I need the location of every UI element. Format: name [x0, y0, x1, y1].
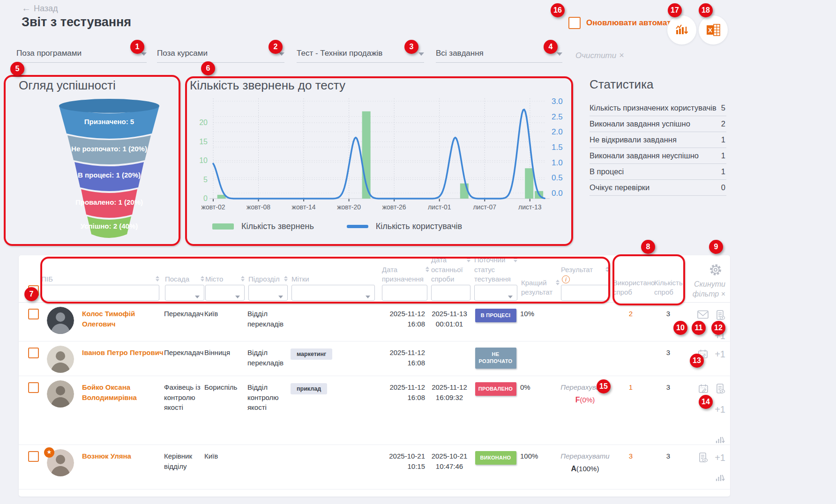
- info-icon[interactable]: i: [562, 275, 570, 283]
- results-chart-icon[interactable]: [715, 473, 725, 482]
- tasks-filter[interactable]: Всі завдання: [436, 49, 562, 63]
- filter-position-select[interactable]: [165, 285, 204, 301]
- funnel-label-not-started: Не розпочато: 1 (20%): [71, 145, 147, 153]
- attempt-details-icon[interactable]: [715, 384, 725, 394]
- used-attempts-cell: 3: [610, 445, 651, 489]
- row-checkbox[interactable]: [28, 451, 39, 462]
- clear-filters-link[interactable]: Очистити×: [575, 51, 624, 60]
- test-filter[interactable]: Тест - Техніки продажів: [297, 49, 424, 63]
- filter-department-select[interactable]: [248, 285, 288, 301]
- stat-row-failed: Виконали завдання неуспішно1: [590, 148, 726, 164]
- svg-text:жовт-26: жовт-26: [382, 203, 406, 211]
- annotation-badge-8: 8: [641, 240, 655, 254]
- filter-result-input[interactable]: [561, 285, 609, 301]
- filter-name-input[interactable]: [41, 285, 159, 301]
- filter-city-select[interactable]: [205, 285, 245, 301]
- funnel-label-assigned: Призначено: 5: [84, 118, 134, 126]
- add-attempt-button[interactable]: +1: [715, 349, 725, 359]
- tags-cell: приклад: [291, 376, 381, 445]
- last-attempt-cell: [428, 341, 471, 376]
- sort-icon-last-attempt[interactable]: [467, 257, 470, 262]
- tags-cell: маркетинг: [291, 341, 381, 376]
- filter-tags-select[interactable]: [291, 285, 375, 301]
- best-result-cell: 100%: [520, 445, 560, 489]
- annotation-badge-14: 14: [699, 395, 713, 409]
- tag-pill: приклад: [291, 383, 327, 394]
- chevron-down-icon: [557, 52, 562, 56]
- gear-icon[interactable]: [709, 263, 723, 277]
- department-cell: Відділ перекладів: [247, 341, 291, 376]
- annotation-badge-9: 9: [709, 240, 723, 254]
- status-badge: В ПРОЦЕСІ: [475, 309, 516, 322]
- recalculate-link[interactable]: Перерахувати: [560, 452, 609, 460]
- svg-text:жовт-08: жовт-08: [246, 203, 270, 211]
- funnel-label-failed: Провалено: 1 (20%): [75, 198, 143, 206]
- user-name-link[interactable]: Вознюк Уляна: [82, 452, 131, 460]
- attempt-details-icon[interactable]: [698, 452, 708, 463]
- funnel-top-ellipse: [59, 99, 159, 113]
- filter-status-select[interactable]: [474, 285, 517, 301]
- svg-text:лист-01: лист-01: [428, 203, 451, 211]
- sort-icon-result[interactable]: [605, 267, 609, 272]
- position-cell: Керівник відділу: [164, 445, 204, 489]
- chevron-down-icon: [508, 296, 513, 298]
- assigned-date-cell: 2025-11-12 16:08: [381, 376, 428, 445]
- row-checkbox[interactable]: [28, 348, 39, 358]
- chevron-down-icon: [195, 296, 200, 298]
- chevron-down-icon: [141, 52, 147, 56]
- funnel-chart: Призначено: 5 Не розпочато: 1 (20%) В пр…: [37, 97, 182, 244]
- chevron-down-icon: [366, 296, 370, 298]
- filter-assigned-input[interactable]: [382, 285, 427, 301]
- sort-icon-name[interactable]: [156, 276, 159, 282]
- last-attempt-cell: 2025-11-1300:01:01: [428, 303, 471, 341]
- sort-icon-position[interactable]: [201, 276, 204, 282]
- programs-filter[interactable]: Поза програмами: [16, 49, 147, 63]
- sort-icon-best[interactable]: [556, 280, 560, 285]
- results-chart-icon[interactable]: [715, 435, 725, 445]
- annotation-badge-17: 17: [668, 3, 682, 17]
- statistics-panel: Статистика Кількість призначених користу…: [590, 77, 726, 196]
- annotation-badge-6: 6: [201, 61, 215, 75]
- excel-icon: X: [706, 23, 720, 37]
- position-cell: Фахівець із контролю якості: [164, 376, 204, 445]
- svg-text:2.5: 2.5: [552, 112, 563, 121]
- department-cell: Відділ перекладів: [247, 303, 291, 341]
- svg-text:5: 5: [203, 176, 208, 184]
- annotation-badge-1: 1: [130, 40, 144, 54]
- status-badge: ВИКОНАНО: [475, 451, 516, 465]
- reset-filter-link[interactable]: Скинути фільтр ×: [674, 280, 725, 299]
- legend-item-users: Кількість користувачів: [347, 222, 462, 231]
- position-cell: Перекладач: [164, 303, 204, 341]
- attempt-details-icon[interactable]: [715, 310, 725, 320]
- result-cell: Перерахувати A(100%): [560, 445, 610, 489]
- tags-cell: [291, 303, 381, 341]
- sort-icon-status[interactable]: [514, 257, 517, 262]
- testing-report-screen: ←Назад Звіт з тестування Оновлювати авто…: [0, 0, 836, 504]
- auto-refresh-checkbox[interactable]: [568, 17, 581, 29]
- courses-filter[interactable]: Поза курсами: [157, 49, 284, 63]
- user-name-link[interactable]: Іванов Петро Петрович: [82, 348, 164, 356]
- annotation-badge-7: 7: [24, 287, 38, 301]
- back-link[interactable]: ←Назад: [22, 3, 58, 14]
- user-name-link[interactable]: Колос Тимофій Олегович: [82, 310, 135, 328]
- sort-icon-assigned[interactable]: [425, 267, 429, 272]
- add-attempt-button[interactable]: +1: [715, 452, 725, 463]
- row-checkbox[interactable]: [28, 382, 39, 393]
- row-checkbox[interactable]: [28, 309, 39, 319]
- stat-row-in-progress: В процесі1: [590, 164, 726, 180]
- filter-last-attempt-input[interactable]: [431, 285, 470, 301]
- export-chart-button[interactable]: [667, 15, 696, 44]
- chevron-down-icon: [279, 52, 284, 56]
- export-excel-button[interactable]: X: [699, 15, 728, 44]
- sort-icon-city[interactable]: [241, 276, 245, 282]
- grade-value: A(100%): [560, 463, 610, 474]
- annotation-badge-12: 12: [711, 321, 725, 335]
- user-name-link[interactable]: Бойко Оксана Володимирівна: [82, 383, 137, 401]
- back-arrow-icon: ←: [22, 3, 31, 13]
- add-attempt-button[interactable]: +1: [715, 404, 725, 415]
- svg-text:2.0: 2.0: [552, 127, 563, 136]
- reschedule-icon[interactable]: [698, 384, 709, 394]
- sort-icon-department[interactable]: [284, 276, 288, 282]
- envelope-icon[interactable]: [697, 310, 709, 319]
- annotation-badge-18: 18: [699, 3, 713, 17]
